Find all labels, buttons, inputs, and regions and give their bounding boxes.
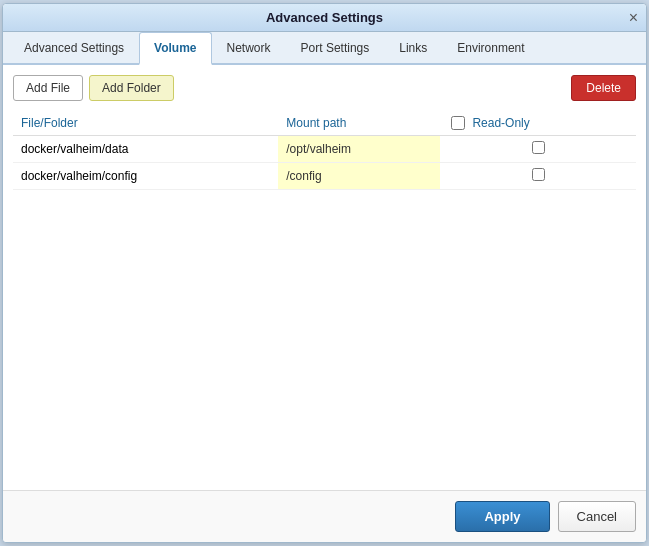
tab-environment[interactable]: Environment (442, 32, 539, 65)
tab-links[interactable]: Links (384, 32, 442, 65)
close-button[interactable]: × (629, 10, 638, 26)
col-header-file-folder: File/Folder (13, 111, 278, 136)
tab-port-settings[interactable]: Port Settings (286, 32, 385, 65)
dialog-footer: Apply Cancel (3, 490, 646, 542)
delete-button[interactable]: Delete (571, 75, 636, 101)
tab-advanced-settings[interactable]: Advanced Settings (9, 32, 139, 65)
read-only-cell (440, 136, 636, 163)
mount-path-cell[interactable]: /config (278, 163, 440, 190)
mount-path-cell[interactable]: /opt/valheim (278, 136, 440, 163)
advanced-settings-dialog: Advanced Settings × Advanced Settings Vo… (2, 3, 647, 543)
col-header-mount-path: Mount path (278, 111, 440, 136)
tab-bar: Advanced Settings Volume Network Port Se… (3, 32, 646, 65)
read-only-checkbox-1[interactable] (532, 168, 545, 181)
file-folder-cell: docker/valheim/data (13, 136, 278, 163)
cancel-button[interactable]: Cancel (558, 501, 636, 532)
col-header-read-only: Read-Only (440, 111, 636, 136)
read-only-cell (440, 163, 636, 190)
read-only-header-checkbox[interactable] (448, 116, 468, 130)
add-folder-button[interactable]: Add Folder (89, 75, 174, 101)
dialog-title: Advanced Settings (266, 10, 383, 25)
tab-network[interactable]: Network (212, 32, 286, 65)
tab-volume[interactable]: Volume (139, 32, 211, 65)
file-folder-cell: docker/valheim/config (13, 163, 278, 190)
dialog-titlebar: Advanced Settings × (3, 4, 646, 32)
table-row: docker/valheim/data /opt/valheim (13, 136, 636, 163)
volume-table: File/Folder Mount path Read-Only docker/… (13, 111, 636, 190)
add-file-button[interactable]: Add File (13, 75, 83, 101)
apply-button[interactable]: Apply (455, 501, 549, 532)
table-row: docker/valheim/config /config (13, 163, 636, 190)
read-only-checkbox-0[interactable] (532, 141, 545, 154)
volume-content: Add File Add Folder Delete File/Folder M… (3, 65, 646, 490)
volume-toolbar: Add File Add Folder Delete (13, 75, 636, 101)
